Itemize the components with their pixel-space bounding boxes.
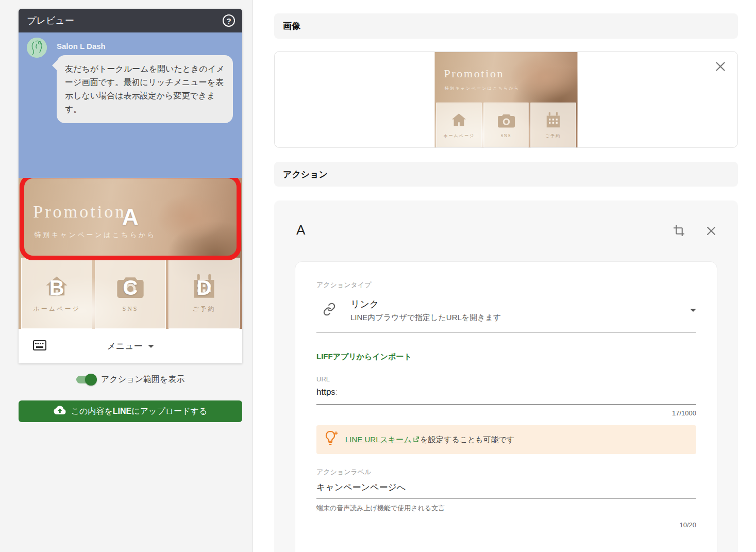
thumb-cells: ホームページ SNS ご予約: [435, 103, 578, 147]
redacted-url-blur: [337, 387, 388, 398]
image-card: Promotion 特別キャンペーンはこちらから ホームページ SNS ご予約: [274, 51, 738, 148]
avatar-face-art: [27, 38, 47, 58]
action-section-title: アクション: [283, 169, 328, 180]
action-a-section: A アクションタイプ リンク LINE内ブラウザで指定したURLを開きます: [274, 200, 738, 552]
chevron-down-icon: [690, 309, 696, 315]
action-area-letter: D: [196, 276, 211, 299]
camera-icon: [497, 112, 515, 131]
action-area-letter: A: [122, 204, 139, 230]
menu-dropdown[interactable]: メニュー: [107, 340, 154, 352]
keyboard-icon[interactable]: [33, 340, 46, 353]
action-type-label: アクションタイプ: [316, 280, 696, 290]
action-area-label: A: [296, 222, 305, 238]
close-icon: [714, 60, 727, 73]
image-section-header: 画像: [274, 13, 738, 39]
richmenu-cell-reserve[interactable]: ご予約 D: [169, 258, 240, 329]
thumb-cell-reserve: ご予約: [530, 103, 576, 147]
toggle-switch[interactable]: [76, 376, 96, 383]
divider: [316, 404, 696, 405]
richmenu-thumbnail: Promotion 特別キャンペーンはこちらから ホームページ SNS ご予約: [435, 52, 578, 147]
account-name: Salon L Dash: [57, 42, 106, 51]
help-icon[interactable]: ?: [223, 14, 235, 27]
divider: [316, 498, 696, 499]
action-form-card: アクションタイプ リンク LINE内ブラウザで指定したURLを開きます LIFF…: [295, 261, 717, 552]
menu-dropdown-label: メニュー: [107, 340, 142, 352]
action-label-label: アクションラベル: [316, 467, 696, 477]
divider: [316, 332, 696, 332]
richmenu-thumbnail-image: Promotion 特別キャンペーンはこちらから ホームページ SNS ご予約: [435, 52, 578, 147]
action-area-letter: B: [49, 276, 64, 299]
action-area-toggle-row[interactable]: アクション範囲を表示: [19, 374, 242, 385]
action-area-letter: C: [123, 276, 138, 299]
crop-button[interactable]: [673, 224, 685, 237]
tip-suffix: を設定することも可能です: [421, 435, 515, 444]
link-icon: [323, 303, 336, 318]
chat-bubble: 友だちがトークルームを開いたときのイメージ画面です。最初にリッチメニューを表示し…: [57, 55, 233, 123]
action-label-input[interactable]: キャンペーンページへ: [316, 481, 696, 493]
promo-title: Promotion: [444, 67, 505, 80]
home-icon: [450, 111, 468, 131]
richmenu-cells: ホームページ B SNS C ご予約: [19, 258, 242, 329]
cell-caption: ホームページ: [443, 133, 475, 139]
account-avatar: [27, 38, 47, 58]
settings-pane: 画像 Promotion 特別キャンペーンはこちらから ホームページ SNS: [253, 0, 756, 552]
action-label-help: 端末の音声読み上げ機能で使用される文言: [316, 504, 696, 513]
thumb-cell-home: ホームページ: [436, 103, 482, 147]
upload-to-line-button[interactable]: この内容をLINEにアップロードする: [19, 400, 242, 422]
preview-title: プレビュー: [27, 14, 74, 27]
preview-header: プレビュー ?: [19, 9, 242, 32]
action-type-select[interactable]: リンク LINE内ブラウザで指定したURLを開きます: [316, 298, 696, 323]
cell-caption: ご予約: [192, 305, 215, 313]
chat-preview-area: Salon L Dash 友だちがトークルームを開いたときのイメージ画面です。最…: [19, 32, 242, 178]
chat-input-bar: メニュー: [19, 329, 242, 363]
toggle-label: アクション範囲を表示: [101, 374, 184, 385]
cell-caption: SNS: [122, 305, 138, 313]
toggle-knob: [85, 374, 97, 386]
liff-import-link[interactable]: LIFFアプリからインポート: [316, 352, 412, 362]
thumb-promo-area: Promotion 特別キャンペーンはこちらから: [435, 52, 578, 103]
url-label: URL: [316, 375, 696, 383]
action-type-value: リンク: [350, 298, 690, 310]
action-section-header: アクション: [274, 162, 738, 187]
image-section-title: 画像: [283, 20, 300, 32]
cell-caption: ホームページ: [33, 305, 80, 313]
close-icon: [705, 225, 717, 237]
url-char-counter: 17/1000: [316, 409, 696, 417]
selected-action-area-highlight[interactable]: A: [20, 178, 241, 260]
remove-action-button[interactable]: [705, 225, 717, 237]
crop-icon: [673, 224, 685, 237]
url-scheme-tip: LINE URLスキームを設定することも可能です: [316, 425, 696, 454]
url-input[interactable]: https:/: [316, 387, 696, 398]
preview-pane: プレビュー ? Salon L Dash 友だちがトークルームを開いたときのイメ…: [0, 0, 253, 552]
label-char-counter: 10/20: [316, 521, 696, 529]
calendar-icon: [544, 111, 562, 131]
lightbulb-icon: [324, 430, 339, 449]
cell-caption: SNS: [501, 133, 512, 138]
richmenu-preview: Promotion 特別キャンペーンはこちらから ホームページ B: [19, 178, 242, 329]
preview-card: プレビュー ? Salon L Dash 友だちがトークルームを開いたときのイメ…: [19, 9, 242, 363]
external-link-icon: [413, 436, 419, 444]
thumb-cell-sns: SNS: [483, 103, 529, 147]
cell-caption: ご予約: [545, 133, 561, 139]
richmenu-cell-sns[interactable]: SNS C: [95, 258, 166, 329]
chevron-down-icon: [148, 345, 154, 351]
tip-text: LINE URLスキームを設定することも可能です: [345, 435, 514, 445]
richmenu-cell-home[interactable]: ホームページ B: [21, 258, 92, 329]
richmenu-image: Promotion 特別キャンペーンはこちらから ホームページ B: [19, 178, 242, 329]
remove-image-button[interactable]: [714, 60, 727, 73]
cloud-upload-icon: [54, 406, 66, 417]
action-type-description: LINE内ブラウザで指定したURLを開きます: [350, 313, 690, 323]
line-url-scheme-link[interactable]: LINE URLスキーム: [345, 435, 412, 444]
action-a-head: A: [274, 200, 738, 252]
upload-button-label: この内容をLINEにアップロードする: [71, 406, 208, 417]
promo-subtitle: 特別キャンペーンはこちらから: [445, 86, 519, 91]
